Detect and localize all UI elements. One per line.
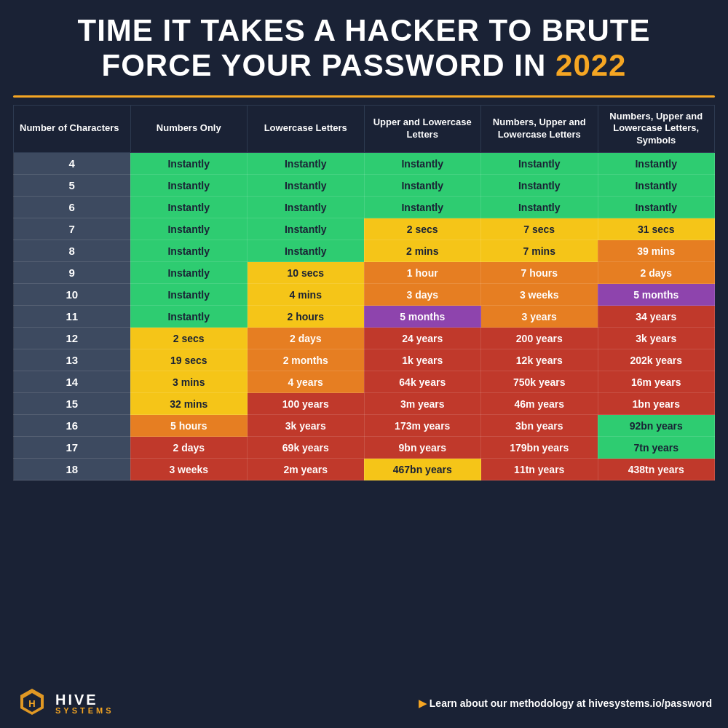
cell-value: Instantly <box>130 218 248 240</box>
cell-value: Instantly <box>248 197 365 218</box>
cell-chars: 11 <box>14 306 131 328</box>
cell-chars: 18 <box>14 459 131 480</box>
main-container: TIME IT TAKES A HACKER TO BRUTE FORCE YO… <box>0 0 728 728</box>
cell-value: 3 mins <box>130 371 248 393</box>
cell-value: 9bn years <box>364 437 481 459</box>
table-row: 5InstantlyInstantlyInstantlyInstantlyIns… <box>14 175 715 197</box>
cell-value: 92bn years <box>598 415 715 437</box>
cell-value: Instantly <box>130 262 248 284</box>
cell-value: 39 mins <box>598 240 715 262</box>
cell-value: 2 days <box>130 437 248 459</box>
cell-value: 2 hours <box>248 306 365 328</box>
cell-value: Instantly <box>598 153 715 175</box>
col-header-upper-lower: Upper and Lowercase Letters <box>364 105 481 153</box>
cell-value: 1k years <box>364 349 481 371</box>
cell-value: 100 years <box>248 393 365 415</box>
cell-value: 7 hours <box>481 262 598 284</box>
cell-chars: 14 <box>14 371 131 393</box>
cell-value: 5 months <box>598 284 715 306</box>
svg-text:H: H <box>28 698 35 709</box>
table-row: 165 hours3k years173m years3bn years92bn… <box>14 415 715 437</box>
main-title: TIME IT TAKES A HACKER TO BRUTE FORCE YO… <box>13 13 715 84</box>
cell-value: 2 secs <box>364 218 481 240</box>
table-row: 6InstantlyInstantlyInstantlyInstantlyIns… <box>14 197 715 218</box>
cell-value: 7 mins <box>481 240 598 262</box>
table-header-row: Number of Characters Numbers Only Lowerc… <box>14 105 715 153</box>
table-row: 8InstantlyInstantly2 mins7 mins39 mins <box>14 240 715 262</box>
cell-chars: 16 <box>14 415 131 437</box>
cell-value: 10 secs <box>248 262 365 284</box>
cell-value: 467bn years <box>364 459 481 480</box>
cell-value: 3 days <box>364 284 481 306</box>
col-header-chars: Number of Characters <box>14 105 131 153</box>
cell-value: 2m years <box>248 459 365 480</box>
cell-value: 2 months <box>248 349 365 371</box>
table-row: 11Instantly2 hours5 months3 years34 year… <box>14 306 715 328</box>
cell-value: Instantly <box>364 153 481 175</box>
cell-value: 12k years <box>481 349 598 371</box>
cell-value: 4 years <box>248 371 365 393</box>
cell-value: 3 weeks <box>130 459 248 480</box>
cell-value: 2 secs <box>130 328 248 349</box>
cell-value: 3k years <box>248 415 365 437</box>
cell-value: 3m years <box>364 393 481 415</box>
cell-chars: 6 <box>14 197 131 218</box>
cell-value: Instantly <box>130 284 248 306</box>
cell-chars: 7 <box>14 218 131 240</box>
cell-value: Instantly <box>481 175 598 197</box>
table-row: 10Instantly4 mins3 days3 weeks5 months <box>14 284 715 306</box>
cell-value: 4 mins <box>248 284 365 306</box>
col-header-lower: Lowercase Letters <box>248 105 365 153</box>
cell-chars: 9 <box>14 262 131 284</box>
cell-value: Instantly <box>481 197 598 218</box>
password-table: Number of Characters Numbers Only Lowerc… <box>13 105 715 481</box>
cell-value: 2 mins <box>364 240 481 262</box>
cell-value: 34 years <box>598 306 715 328</box>
cell-value: Instantly <box>248 153 365 175</box>
cell-value: Instantly <box>364 197 481 218</box>
cell-chars: 8 <box>14 240 131 262</box>
cell-chars: 10 <box>14 284 131 306</box>
cell-chars: 5 <box>14 175 131 197</box>
table-row: 183 weeks2m years467bn years11tn years43… <box>14 459 715 480</box>
table-row: 7InstantlyInstantly2 secs7 secs31 secs <box>14 218 715 240</box>
table-wrapper: Number of Characters Numbers Only Lowerc… <box>13 105 715 677</box>
col-header-num-upper-lower-sym: Numbers, Upper and Lowercase Letters, Sy… <box>598 105 715 153</box>
table-row: 122 secs2 days24 years200 years3k years <box>14 328 715 349</box>
table-row: 1532 mins100 years3m years46m years1bn y… <box>14 393 715 415</box>
cell-value: 24 years <box>364 328 481 349</box>
table-row: 1319 secs2 months1k years12k years202k y… <box>14 349 715 371</box>
cell-value: 750k years <box>481 371 598 393</box>
cell-value: 64k years <box>364 371 481 393</box>
hive-logo-icon: H <box>16 687 48 719</box>
cell-value: Instantly <box>130 153 248 175</box>
table-row: 143 mins4 years64k years750k years16m ye… <box>14 371 715 393</box>
title-section: TIME IT TAKES A HACKER TO BRUTE FORCE YO… <box>13 13 715 84</box>
cell-chars: 15 <box>14 393 131 415</box>
cell-value: Instantly <box>130 240 248 262</box>
cell-value: 2 days <box>248 328 365 349</box>
cell-value: 3 weeks <box>481 284 598 306</box>
cell-value: 31 secs <box>598 218 715 240</box>
cell-value: Instantly <box>130 175 248 197</box>
cell-value: 179bn years <box>481 437 598 459</box>
cell-value: Instantly <box>248 175 365 197</box>
col-header-numbers: Numbers Only <box>130 105 248 153</box>
cell-value: 202k years <box>598 349 715 371</box>
cell-value: 173m years <box>364 415 481 437</box>
cell-value: 1 hour <box>364 262 481 284</box>
cell-value: 5 months <box>364 306 481 328</box>
table-row: 4InstantlyInstantlyInstantlyInstantlyIns… <box>14 153 715 175</box>
cell-value: Instantly <box>364 175 481 197</box>
cell-value: Instantly <box>248 218 365 240</box>
cell-value: 7tn years <box>598 437 715 459</box>
cell-value: Instantly <box>481 153 598 175</box>
cell-value: 5 hours <box>130 415 248 437</box>
cell-value: 3 years <box>481 306 598 328</box>
gold-divider <box>13 95 715 98</box>
cell-value: 3bn years <box>481 415 598 437</box>
cell-value: 19 secs <box>130 349 248 371</box>
cell-value: 438tn years <box>598 459 715 480</box>
cell-value: Instantly <box>130 306 248 328</box>
cell-value: Instantly <box>130 197 248 218</box>
